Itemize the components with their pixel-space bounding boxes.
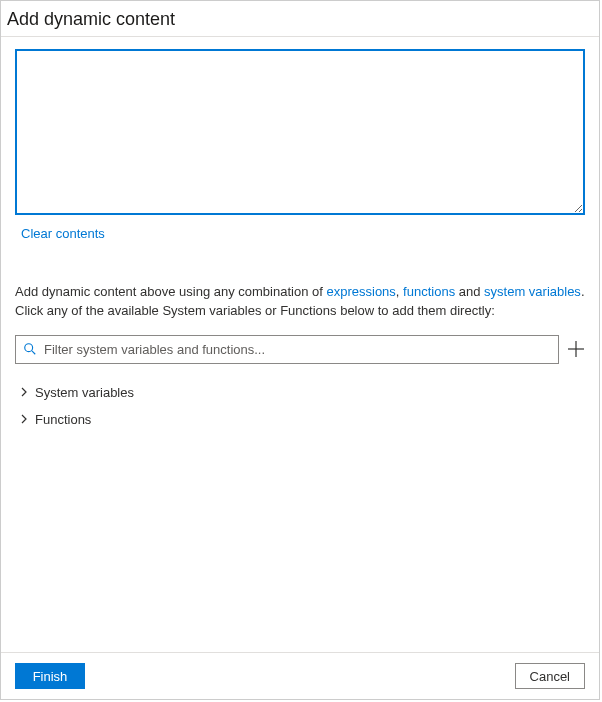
svg-point-0: [25, 344, 33, 352]
svg-line-1: [32, 351, 35, 354]
search-wrap: [15, 335, 559, 364]
functions-link[interactable]: functions: [403, 284, 455, 299]
help-sep1: ,: [396, 284, 403, 299]
tree-item-system-variables[interactable]: System variables: [15, 382, 585, 403]
help-sep2: and: [455, 284, 484, 299]
clear-contents-link[interactable]: Clear contents: [21, 226, 585, 241]
expressions-link[interactable]: expressions: [326, 284, 395, 299]
tree-label: Functions: [35, 412, 91, 427]
chevron-right-icon: [19, 387, 29, 397]
dialog-content: Clear contents Add dynamic content above…: [1, 37, 599, 652]
tree: System variables Functions: [15, 382, 585, 430]
search-icon: [23, 342, 37, 356]
help-prefix: Add dynamic content above using any comb…: [15, 284, 326, 299]
chevron-right-icon: [19, 414, 29, 424]
cancel-button[interactable]: Cancel: [515, 663, 585, 689]
filter-input[interactable]: [15, 335, 559, 364]
finish-button[interactable]: Finish: [15, 663, 85, 689]
dynamic-content-input[interactable]: [15, 49, 585, 215]
tree-item-functions[interactable]: Functions: [15, 409, 585, 430]
system-variables-link[interactable]: system variables: [484, 284, 581, 299]
dialog-title: Add dynamic content: [1, 1, 599, 37]
tree-label: System variables: [35, 385, 134, 400]
help-text: Add dynamic content above using any comb…: [15, 283, 585, 321]
add-icon[interactable]: [567, 340, 585, 358]
dialog-footer: Finish Cancel: [1, 652, 599, 699]
editor-wrap: [15, 49, 585, 218]
filter-row: [15, 335, 585, 364]
add-dynamic-content-dialog: Add dynamic content Clear contents Add d…: [0, 0, 600, 700]
